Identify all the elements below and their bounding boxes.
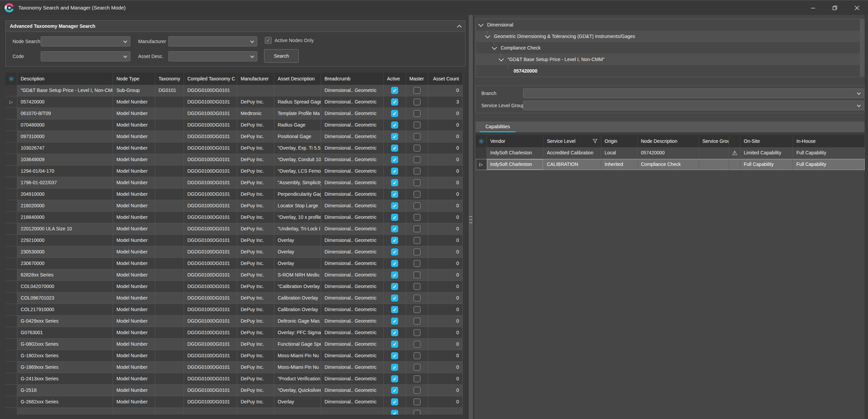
column-header-origin[interactable]: Origin [601,135,638,147]
active-checkbox[interactable]: ✓ [391,306,398,313]
search-button[interactable]: Search [264,49,299,63]
master-checkbox[interactable] [413,225,421,232]
table-row[interactable]: 1796-01-022/037Model NumberDGDG0100DG010… [5,177,463,189]
table-row[interactable]: ▷057420000Model NumberDGDG0100DG0101DePu… [5,96,463,108]
table-row[interactable]: 220120000 ULA Size 10Model NumberDGDG010… [5,223,463,235]
master-checkbox[interactable] [413,110,421,117]
master-checkbox[interactable] [413,248,421,255]
tree-item-geometric-dimensioning-toleran[interactable]: Geometric Dimensioning & Tolerancing (GD… [476,31,864,42]
master-checkbox[interactable] [413,179,421,186]
active-checkbox[interactable]: ✓ [391,202,398,209]
service-level-group-combo[interactable] [523,101,864,110]
master-checkbox[interactable] [413,156,421,163]
filter-button[interactable] [593,139,597,144]
table-row[interactable]: 097310000Model NumberDGDG0100DG0101DePuy… [5,131,463,142]
tree-item-057420000[interactable]: 057420000 [476,65,864,77]
table-row[interactable]: COL217910000Model NumberDGDG0100DG0101De… [5,304,463,316]
active-checkbox[interactable]: ✓ [391,156,398,163]
table-row[interactable]: 230530000Model NumberDGDG0100DG0101DePuy… [5,246,463,258]
master-checkbox[interactable] [413,364,421,371]
column-header-service-level[interactable]: Service Level [543,135,601,147]
column-header-breadcrumb[interactable]: Breadcrumb [321,73,384,85]
close-button[interactable] [846,0,868,15]
master-checkbox[interactable] [413,283,421,290]
active-checkbox[interactable]: ✓ [391,318,398,325]
active-checkbox[interactable]: ✓ [391,168,398,175]
active-checkbox[interactable]: ✓ [391,283,398,290]
active-checkbox[interactable]: ✓ [391,225,398,232]
table-row[interactable]: 216020000Model NumberDGDG0100DG0101DePuy… [5,200,463,212]
tab-capabilities[interactable]: Capabilities [480,121,516,132]
collapse-panel-button[interactable] [456,22,463,30]
column-header-node-description[interactable]: Node Description [638,135,699,147]
table-row[interactable]: G-2413xxx SeriesModel NumberDGDG0100DG01… [5,373,463,385]
table-row[interactable]: 070480000Model NumberDGDG0100DG0101DePuy… [5,119,463,131]
active-checkbox[interactable]: ✓ [391,398,398,405]
active-nodes-only-checkbox[interactable]: ✓ [265,37,272,44]
table-row[interactable]: G-1869xxx SeriesModel NumberDGDG0100DG01… [5,362,463,373]
table-row[interactable]: G-1802xxx SeriesModel NumberDGDG0100DG01… [5,350,463,362]
panel-splitter[interactable] [469,15,473,419]
column-chooser-button[interactable] [476,135,487,147]
active-checkbox[interactable]: ✓ [391,133,398,140]
expand-arrow-icon[interactable]: ▷ [476,159,487,170]
asset-desc-combo[interactable] [168,51,257,61]
master-checkbox[interactable] [413,202,421,209]
capability-row[interactable]: ▷IndySoft CharlestonCALIBRATIONInherited… [476,159,865,170]
active-checkbox[interactable]: ✓ [391,260,398,267]
chevron-down-icon[interactable] [478,21,484,27]
table-row[interactable]: 230670000Model NumberDGDG0100DG0101DePuy… [5,258,463,269]
tree-item-dimensional[interactable]: Dimensional [476,19,864,31]
code-combo[interactable] [41,51,130,61]
master-checkbox[interactable] [413,410,421,415]
table-row[interactable]: 103026747Model NumberDGDG0100DG0101DePuy… [5,142,463,154]
table-row[interactable]: G0763001Model NumberDGDG0100DG0101DePuy … [5,327,463,339]
column-header-blank[interactable] [729,135,740,147]
table-row[interactable]: 204910000Model NumberDGDG0100DG0101DePuy… [5,189,463,200]
master-checkbox[interactable] [413,145,421,152]
master-checkbox[interactable] [413,168,421,175]
table-row[interactable]: 1294-01/04-170Model NumberDGDG0100DG0101… [5,166,463,177]
master-checkbox[interactable] [413,98,421,106]
column-header-compiled-taxonomy-c[interactable]: Compiled Taxonomy C [184,73,237,85]
active-checkbox[interactable]: ✓ [391,145,398,152]
table-row[interactable]: 218840000Model NumberDGDG0100DG0101DePuy… [5,212,463,223]
minimize-button[interactable] [802,0,824,15]
master-checkbox[interactable] [413,214,421,221]
chevron-down-icon[interactable] [499,56,504,61]
table-row[interactable]: 061070-B/T09Model NumberDGDG0100DG0101Me… [5,108,463,119]
table-row[interactable]: G-0802xxx SeriesModel NumberDGDG0100DG01… [5,339,463,350]
column-header-manufacturer[interactable]: Manufacturer [237,73,274,85]
active-checkbox[interactable]: ✓ [391,179,398,186]
master-checkbox[interactable] [413,87,421,94]
column-header-node-type[interactable]: Node Type [113,73,155,85]
table-row[interactable]: 229210000Model NumberDGDG0100DG0101DePuy… [5,235,463,246]
active-checkbox[interactable]: ✓ [391,271,398,279]
table-row[interactable]: 103649009Model NumberDGDG0100DG0101DePuy… [5,154,463,166]
master-checkbox[interactable] [413,352,421,359]
table-row[interactable]: ✓ [5,408,463,415]
active-checkbox[interactable]: ✓ [391,121,398,129]
column-header-master[interactable]: Master [406,73,428,85]
node-search-combo[interactable] [41,36,130,46]
table-row[interactable]: COL096701023Model NumberDGDG0100DG0101De… [5,292,463,304]
table-row[interactable]: "GD&T Base Setup Price - Level I, Non-CM… [5,85,463,96]
tree-item-gd-t-base-setup-price-level-i-[interactable]: "GD&T Base Setup Price - Level I, Non-CM… [476,54,864,65]
tree-item-compliance-check[interactable]: Compliance Check [476,42,864,54]
active-checkbox[interactable]: ✓ [391,191,398,198]
column-header-description[interactable]: Description [17,73,113,85]
master-checkbox[interactable] [413,294,421,302]
capability-row[interactable]: IndySoft CharlestonAccredited Calibratio… [476,147,865,159]
active-checkbox[interactable]: ✓ [391,341,398,348]
active-checkbox[interactable]: ✓ [391,98,398,106]
branch-combo[interactable] [523,89,864,98]
tree-scrollbar[interactable] [860,19,864,76]
table-row[interactable]: COL042070000Model NumberDGDG0100DG0101De… [5,281,463,292]
column-header-active[interactable]: Active [384,73,406,85]
column-header-asset-count[interactable]: Asset Count [428,73,463,85]
master-checkbox[interactable] [413,341,421,348]
active-checkbox[interactable]: ✓ [391,364,398,371]
chevron-down-icon[interactable] [492,44,497,50]
chevron-down-icon[interactable] [485,33,491,38]
master-checkbox[interactable] [413,133,421,140]
